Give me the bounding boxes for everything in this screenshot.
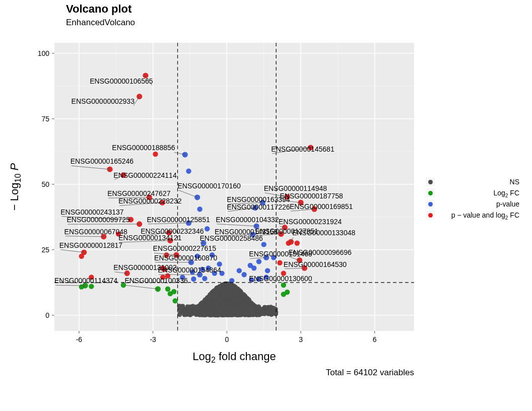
svg-point-2754 — [248, 305, 253, 310]
svg-point-2777 — [218, 304, 223, 309]
svg-point-2565 — [220, 291, 225, 296]
svg-point-2820 — [168, 291, 173, 296]
point-label: ENSG00000247627 — [107, 189, 171, 197]
caption: Total = 64102 variables — [54, 368, 414, 378]
point-label: ENSG00000100336 — [124, 277, 188, 285]
point-label: ENSG00000002933 — [72, 97, 135, 105]
svg-text:50: 50 — [41, 180, 49, 188]
svg-point-2812 — [191, 277, 196, 282]
svg-point-2573 — [208, 299, 213, 304]
point-label: ENSG00000133048 — [292, 229, 356, 237]
point-label: ENSG00000188856 — [112, 144, 175, 152]
svg-point-2792 — [205, 226, 210, 231]
svg-text:0: 0 — [225, 335, 229, 344]
point-label: ENSG00000114948 — [264, 184, 327, 192]
x-axis-label: Log2 fold change — [54, 350, 414, 363]
legend-item: p-value — [426, 198, 519, 210]
legend-item: p − value and log2 FC — [426, 210, 519, 221]
svg-point-2814 — [248, 263, 253, 268]
svg-point-2806 — [265, 268, 270, 273]
svg-point-2772 — [192, 308, 197, 313]
legend-item: NS — [426, 176, 519, 187]
svg-text:75: 75 — [41, 115, 49, 123]
point-label: ENSG00000012817 — [59, 241, 123, 249]
point-label: ENSG00000170160 — [178, 182, 241, 190]
svg-point-2801 — [237, 268, 242, 273]
svg-text:3: 3 — [299, 335, 303, 344]
svg-point-2811 — [202, 276, 207, 281]
point-label: ENSG00000130600 — [249, 275, 312, 283]
x-ticks: -6-3036 — [54, 331, 414, 346]
point-label: ENSG00000104332 — [216, 216, 279, 224]
plot-title: Volcano plot — [66, 3, 135, 16]
svg-point-2760 — [208, 310, 213, 315]
svg-point-2783 — [203, 313, 208, 318]
svg-point-2575 — [215, 291, 220, 296]
svg-point-2782 — [233, 305, 238, 310]
svg-point-2561 — [235, 287, 240, 292]
svg-point-2788 — [183, 309, 188, 314]
point-label: ENSG00000117226 — [227, 203, 290, 211]
volcano-plot: ENSG00000106565ENSG00000002933ENSG000001… — [54, 43, 414, 331]
svg-point-2572 — [227, 294, 232, 299]
legend: NSLog2 FCp-valuep − value and log2 FC — [426, 176, 519, 221]
svg-point-2789 — [177, 312, 182, 317]
svg-point-2805 — [261, 242, 266, 247]
svg-point-2769 — [270, 311, 275, 316]
point-label: ENSG00000231924 — [279, 218, 342, 226]
svg-point-2546 — [244, 297, 249, 302]
y-ticks: 0255075100 — [30, 43, 54, 331]
svg-point-2790 — [186, 169, 191, 174]
svg-text:0: 0 — [45, 311, 49, 319]
svg-point-2837 — [277, 260, 282, 265]
point-label: ENSG00000106565 — [90, 77, 153, 85]
point-label: ENSG00000134121 — [118, 234, 182, 242]
svg-point-2818 — [165, 287, 170, 292]
point-label: ENSG00000154864 — [158, 266, 221, 274]
svg-text:6: 6 — [373, 335, 377, 344]
point-label: ENSG00000258486 — [200, 234, 263, 242]
point-label: ENSG00000099725 — [66, 216, 130, 224]
svg-text:-6: -6 — [76, 335, 83, 344]
point-label: ENSG00000228232 — [118, 197, 182, 205]
svg-point-2824 — [281, 292, 286, 297]
point-label: ENSG00000224114 — [113, 171, 177, 179]
svg-point-2776 — [235, 309, 240, 314]
svg-point-2771 — [257, 312, 262, 317]
svg-point-2580 — [225, 286, 230, 291]
svg-point-2584 — [230, 286, 235, 291]
svg-point-2574 — [225, 300, 230, 305]
svg-text:25: 25 — [41, 246, 49, 254]
point-label: ENSG00000145681 — [271, 145, 335, 153]
svg-point-2821 — [172, 298, 177, 303]
svg-point-2563 — [238, 299, 243, 304]
legend-item: Log2 FC — [426, 187, 519, 198]
point-label: ENSG00000114374 — [54, 277, 118, 285]
svg-point-2833 — [153, 152, 158, 157]
point-label: ENSG00000169851 — [290, 202, 353, 211]
svg-point-2581 — [202, 299, 207, 304]
svg-text:-3: -3 — [150, 335, 156, 344]
point-label: ENSG00000160870 — [154, 254, 218, 262]
svg-point-2835 — [295, 241, 300, 246]
point-label: ENSG00000164530 — [284, 260, 347, 268]
svg-point-2781 — [215, 311, 220, 316]
point-label: ENSG00000187758 — [280, 192, 343, 200]
svg-point-2822 — [281, 283, 286, 288]
svg-point-2780 — [188, 304, 193, 309]
svg-point-2787 — [177, 305, 182, 310]
svg-point-2791 — [197, 207, 202, 212]
svg-point-2765 — [222, 312, 227, 317]
point-label: ENSG00000165246 — [71, 157, 134, 165]
svg-point-2786 — [264, 305, 270, 310]
point-label: ENSG00000096696 — [289, 248, 352, 256]
svg-point-2778 — [242, 311, 247, 316]
svg-point-2750 — [211, 306, 216, 311]
point-label: ENSG00000125851 — [147, 216, 210, 224]
svg-text:100: 100 — [38, 49, 50, 57]
svg-point-2804 — [256, 259, 261, 264]
svg-point-2802 — [241, 272, 246, 277]
y-axis-label: − Log10 P — [7, 43, 22, 331]
svg-point-2569 — [232, 291, 237, 296]
point-label: ENSG00000243137 — [60, 208, 124, 216]
